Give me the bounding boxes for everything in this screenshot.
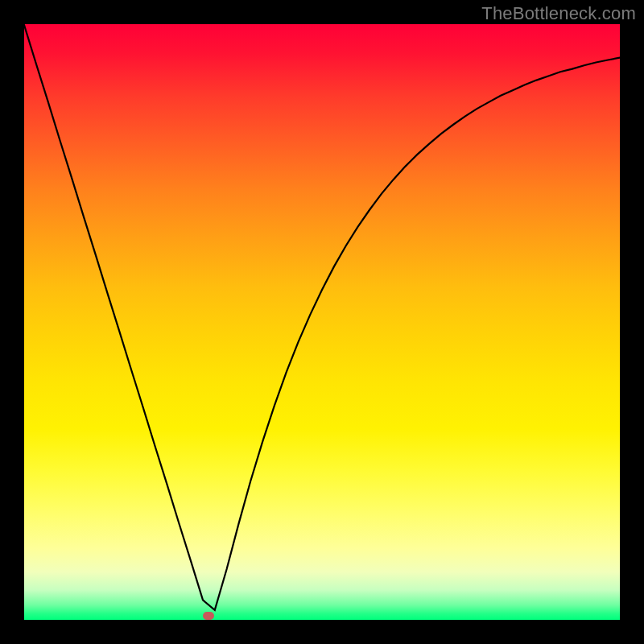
watermark-text: TheBottleneck.com [481,3,636,24]
minimum-marker [203,612,214,620]
bottleneck-curve [24,24,620,620]
gradient-plot-area [24,24,620,620]
